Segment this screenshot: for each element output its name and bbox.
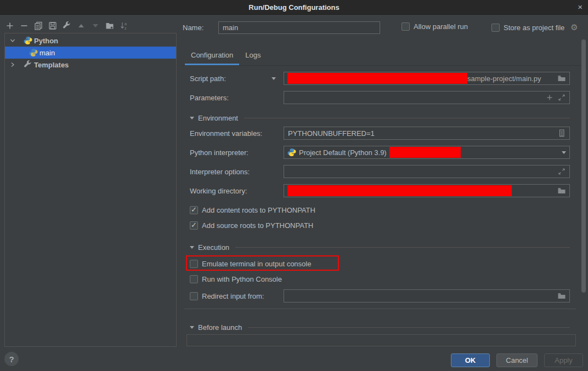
script-path-input[interactable]: sample-project/main.py [284,72,570,85]
emulate-terminal-checkbox[interactable]: Emulate terminal in output console [190,259,311,268]
redaction-block [287,185,512,196]
section-title: Environment [198,114,238,122]
checkbox-icon[interactable] [190,275,198,283]
checkbox-icon[interactable] [402,22,410,31]
parameters-row: Parameters: [190,91,570,104]
section-collapse-icon[interactable] [190,117,194,119]
tree-item-label: main [39,49,55,57]
tree-item-templates[interactable]: Templates [5,59,176,71]
interpreter-options-input[interactable] [284,165,570,178]
cancel-button-label: Cancel [506,356,528,364]
add-icon[interactable] [5,21,14,30]
section-divider [235,247,570,248]
new-folder-icon[interactable] [105,21,114,30]
tree-item-main[interactable]: main [5,47,176,59]
interpreter-options-row: Interpreter options: [190,165,570,178]
expand-editor-icon[interactable] [557,167,566,176]
ok-button[interactable]: OK [451,353,490,367]
script-path-label: Script path: [190,75,226,83]
checkbox-icon[interactable] [491,24,500,32]
chevron-down-icon[interactable] [8,36,17,45]
add-content-roots-label: Add content roots to PYTHONPATH [202,206,315,214]
interpreter-options-label: Interpreter options: [190,168,250,176]
edit-variables-icon[interactable] [557,129,566,138]
env-vars-value: PYTHONUNBUFFERED=1 [287,129,375,138]
redirect-input-input[interactable] [284,289,570,302]
before-launch-task-list[interactable] [186,334,576,346]
checkbox-checked-icon[interactable] [190,221,198,230]
move-up-icon[interactable] [77,21,86,30]
tab-label: Logs [245,51,261,59]
svg-text:a: a [125,22,127,26]
interpreter-select[interactable]: Project Default (Python 3.9) [284,146,570,159]
checkbox-icon[interactable] [190,260,198,268]
store-as-project-file-checkbox[interactable]: Store as project file ⚙ [491,22,578,32]
save-icon[interactable] [48,21,57,30]
section-title: Before launch [198,323,242,332]
help-button[interactable]: ? [4,352,19,366]
chevron-right-icon[interactable] [8,60,17,69]
working-directory-input[interactable] [284,184,570,197]
folder-browse-icon[interactable] [557,292,566,300]
tabs-divider [182,65,587,66]
redirect-input-checkbox[interactable]: Redirect input from: [190,292,264,300]
help-icon: ? [9,355,14,364]
allow-parallel-run-checkbox[interactable]: Allow parallel run [402,22,468,31]
tree-item-python[interactable]: Python [5,35,176,47]
store-as-project-file-label: Store as project file [504,24,564,32]
gear-icon[interactable]: ⚙ [570,22,578,32]
ok-button-label: OK [465,356,476,364]
redaction-block [389,147,461,158]
env-vars-input[interactable]: PYTHONUNBUFFERED=1 [284,127,570,140]
execution-section-header[interactable]: Execution [190,243,570,252]
add-content-roots-checkbox[interactable]: Add content roots to PYTHONPATH [190,206,315,214]
checkbox-checked-icon[interactable] [190,206,198,214]
env-vars-label: Environment variables: [190,129,262,138]
move-down-icon[interactable] [91,21,100,30]
parameters-input[interactable] [284,91,570,104]
remove-icon[interactable] [20,21,29,30]
cancel-button[interactable]: Cancel [496,353,538,367]
expand-editor-icon[interactable] [557,93,566,102]
tree-item-label: Python [34,37,58,45]
name-row: Name: main Allow parallel run Store as p… [183,21,570,34]
scroll-area-divider [184,309,576,309]
tree-item-label: Templates [34,61,69,69]
name-label: Name: [183,24,203,32]
checkbox-icon[interactable] [190,292,198,300]
before-launch-section-header[interactable]: Before launch [190,323,570,332]
section-collapse-icon[interactable] [190,246,194,249]
edit-templates-icon[interactable] [63,21,71,30]
add-source-roots-checkbox[interactable]: Add source roots to PYTHONPATH [190,221,313,230]
script-path-dropdown-icon[interactable] [272,77,276,80]
folder-browse-icon[interactable] [557,186,566,195]
dropdown-arrow-icon[interactable] [562,151,566,154]
tab-configuration[interactable]: Configuration [185,48,239,65]
interpreter-label: Python interpreter: [190,149,248,157]
run-python-console-checkbox[interactable]: Run with Python Console [190,275,282,283]
sort-alphabetically-icon[interactable]: az [120,21,128,30]
close-icon[interactable]: × [578,2,583,12]
apply-button[interactable]: Apply [544,353,583,367]
run-python-console-label: Run with Python Console [202,275,282,283]
copy-icon[interactable] [34,21,43,30]
redirect-input-row: Redirect input from: [190,289,570,302]
tab-logs[interactable]: Logs [239,48,267,65]
vertical-scrollbar[interactable] [581,39,586,293]
add-macro-icon[interactable] [545,93,554,102]
svg-text:z: z [125,26,127,30]
section-divider [248,327,570,328]
python-icon [24,36,32,45]
name-input[interactable]: main [218,21,380,34]
environment-section-header[interactable]: Environment [190,113,570,122]
section-collapse-icon[interactable] [190,326,194,329]
folder-browse-icon[interactable] [557,74,566,83]
allow-parallel-run-label: Allow parallel run [414,22,468,31]
add-source-roots-label: Add source roots to PYTHONPATH [202,221,313,230]
parameters-label: Parameters: [190,94,229,102]
configurations-tree: Python main Templates [4,33,177,347]
env-vars-row: Environment variables: PYTHONUNBUFFERED=… [190,127,570,140]
python-icon [29,48,38,57]
script-path-row: Script path: sample-project/main.py [190,72,570,85]
python-icon [287,148,296,157]
